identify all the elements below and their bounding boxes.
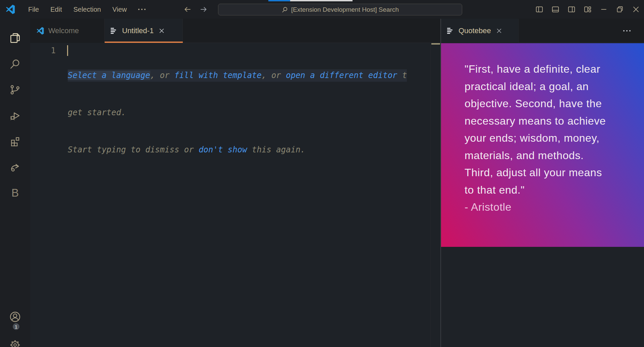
fill-with-template-link[interactable]: fill with template <box>174 71 262 80</box>
accounts-badge: 1 <box>12 323 20 331</box>
activity-bar: B 1 <box>0 19 30 347</box>
editor-tab-bar: Welcome Untitled-1 <box>30 19 440 43</box>
tab-label: Welcome <box>48 26 79 35</box>
b-extension-icon[interactable]: B <box>9 187 21 199</box>
window-progress-bar-active <box>268 0 290 1</box>
back-arrow-icon[interactable] <box>183 5 192 14</box>
line-number: 1 <box>49 45 56 57</box>
active-tab-indicator <box>105 42 183 43</box>
webview-file-icon <box>447 27 454 34</box>
text-file-icon <box>111 27 118 34</box>
title-bar: File Edit Selection View [Extension Deve… <box>0 0 644 19</box>
toggle-secondary-sidebar-icon[interactable] <box>564 0 580 19</box>
customize-layout-icon[interactable] <box>580 0 596 19</box>
menu-selection[interactable]: Selection <box>69 4 106 15</box>
quote-author: - Aristotle <box>465 199 636 216</box>
source-control-icon[interactable] <box>9 84 21 96</box>
search-icon[interactable] <box>9 58 21 70</box>
more-menus-icon[interactable] <box>133 5 150 13</box>
search-icon <box>281 6 288 13</box>
close-icon[interactable] <box>628 0 644 19</box>
quote-text: "First, have a definite, clear practical… <box>465 61 636 216</box>
tab-quotebee[interactable]: Quotebee <box>441 19 519 43</box>
close-tab-icon[interactable] <box>158 27 166 35</box>
open-different-editor-link[interactable]: open a different editor <box>286 71 397 80</box>
tab-label: Quotebee <box>459 26 491 35</box>
vscode-logo-icon <box>36 27 44 35</box>
editor[interactable]: 1 Select a language, or fill with templa… <box>30 43 430 347</box>
tab-untitled-1[interactable]: Untitled-1 <box>105 19 183 43</box>
toggle-sidebar-icon[interactable] <box>531 0 547 19</box>
accounts-icon[interactable] <box>9 311 21 323</box>
select-language-link[interactable]: Select a language <box>68 71 150 80</box>
panel-more-actions-icon[interactable] <box>623 26 631 36</box>
tab-welcome[interactable]: Welcome <box>30 19 105 43</box>
vscode-logo <box>5 4 15 14</box>
menu-file[interactable]: File <box>23 4 44 15</box>
run-debug-icon[interactable] <box>9 110 21 122</box>
window-progress-bar-track <box>290 0 353 1</box>
dont-show-link[interactable]: don't show <box>199 145 247 154</box>
menu-edit[interactable]: Edit <box>46 4 66 15</box>
command-center-search[interactable]: [Extension Development Host] Search <box>218 4 462 15</box>
forward-arrow-icon[interactable] <box>199 5 208 14</box>
quotebee-quote-card: "First, have a definite, clear practical… <box>441 43 644 247</box>
quotebee-tab-bar: Quotebee <box>441 19 644 43</box>
scrollbar-cursor-decoration <box>431 43 440 45</box>
close-tab-icon[interactable] <box>495 27 503 35</box>
minimize-icon[interactable] <box>596 0 612 19</box>
extensions-icon[interactable] <box>9 135 21 147</box>
vscode-window: File Edit Selection View [Extension Deve… <box>0 0 644 347</box>
restore-icon[interactable] <box>612 0 628 19</box>
tab-label: Untitled-1 <box>122 26 154 35</box>
toggle-panel-icon[interactable] <box>547 0 564 19</box>
search-label: [Extension Development Host] Search <box>291 6 399 13</box>
live-share-icon[interactable] <box>9 161 21 173</box>
untitled-editor-hint: Select a language, or fill with template… <box>68 45 407 181</box>
menu-view[interactable]: View <box>108 4 131 15</box>
editor-scrollbar[interactable] <box>430 43 431 347</box>
settings-gear-icon[interactable] <box>9 339 21 347</box>
explorer-icon[interactable] <box>9 32 21 44</box>
